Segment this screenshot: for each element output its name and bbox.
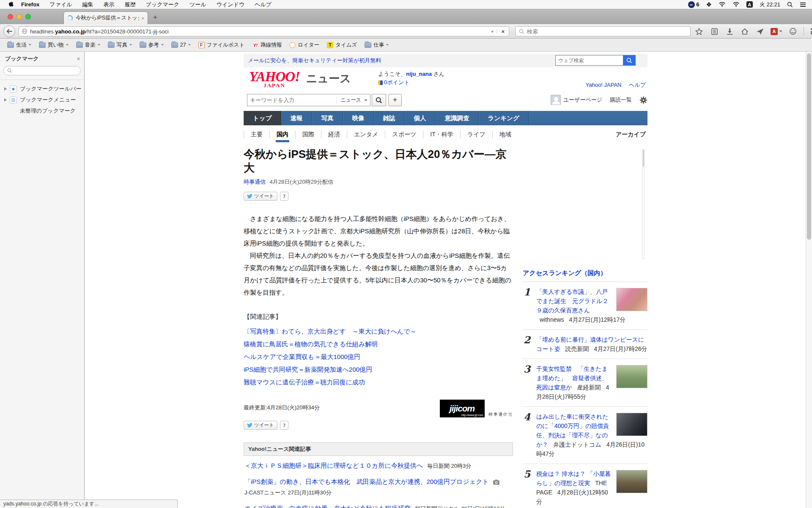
new-tab-button[interactable]: + bbox=[153, 14, 157, 21]
scrollbar-thumb[interactable] bbox=[807, 53, 811, 240]
subnav-item[interactable]: 経済 bbox=[321, 131, 347, 138]
article-thumbnail[interactable] bbox=[616, 470, 647, 493]
service-name[interactable]: ニュース bbox=[306, 71, 351, 86]
nav-tab[interactable]: 雑誌 bbox=[374, 111, 405, 125]
nav-tab[interactable]: 意識調査 bbox=[436, 111, 479, 125]
spotlight-search-icon[interactable] bbox=[787, 2, 793, 8]
nav-tab[interactable]: 個人 bbox=[405, 111, 436, 125]
browser-tab[interactable]: 今秋からiPS提供＝ストック... × bbox=[63, 11, 148, 24]
help-link[interactable]: ヘルプ bbox=[629, 82, 646, 88]
menu-item[interactable]: 編集 bbox=[82, 1, 93, 8]
subnav-item[interactable]: ライフ bbox=[460, 131, 492, 138]
news-search-button[interactable] bbox=[372, 94, 386, 106]
username-link[interactable]: niju_nana bbox=[406, 71, 432, 77]
yahoo-japan-link[interactable]: Yahoo! JAPAN bbox=[586, 82, 622, 88]
subnav-item[interactable]: IT・科学 bbox=[423, 131, 460, 138]
nav-tab[interactable]: 速報 bbox=[281, 111, 312, 125]
creative-cloud-icon[interactable]: ∞ 6 bbox=[688, 1, 700, 8]
menubar-clock[interactable]: 火 22:21 bbox=[760, 1, 780, 8]
add-tab-button[interactable]: + bbox=[388, 94, 402, 106]
bookmark-item[interactable]: 仕事 bbox=[362, 40, 392, 50]
bookmark-item[interactable]: 27 bbox=[168, 41, 194, 49]
article-thumbnail[interactable] bbox=[616, 413, 647, 436]
stop-loading-button[interactable]: × bbox=[497, 28, 506, 35]
ranking-article-link[interactable]: 「美人すぎる市議」、八戸でまた誕生 元グラドル２９歳の久保百恵さん bbox=[536, 288, 608, 314]
back-button[interactable] bbox=[3, 25, 15, 37]
user-page-link[interactable]: ユーザーページ bbox=[551, 95, 602, 105]
share-icon[interactable] bbox=[755, 27, 765, 36]
nav-tab[interactable]: ランキング bbox=[479, 111, 529, 125]
bookmark-item[interactable]: 音楽 bbox=[73, 40, 103, 50]
related-news-link[interactable]: エイズ治療薬、白血病に効果 京大など今秋にも臨床研究 bbox=[244, 505, 411, 508]
subnav-item[interactable]: 国内 bbox=[269, 131, 295, 138]
home-icon[interactable] bbox=[740, 27, 749, 36]
related-article-link[interactable]: 〔写真特集〕わてら、京大出身どす ～東大に負けへんで～ bbox=[244, 325, 513, 338]
bookmarks-panel-icon[interactable] bbox=[710, 27, 719, 36]
subnav-item[interactable]: 地域 bbox=[492, 131, 518, 138]
article-thumbnail[interactable] bbox=[616, 288, 647, 311]
related-article-link[interactable]: iPS細胞で共同研究＝新薬開発加速へ200億円 bbox=[244, 363, 513, 376]
settings-gear-icon[interactable] bbox=[639, 96, 647, 104]
related-article-link[interactable]: 難聴マウスに遺伝子治療＝聴力回復に成功 bbox=[244, 376, 513, 389]
menu-item[interactable]: ツール bbox=[189, 1, 206, 8]
sidebar-tree-item[interactable]: 未整理のブックマーク bbox=[0, 105, 84, 116]
expander-icon[interactable] bbox=[4, 87, 7, 91]
menu-hamburger-icon[interactable] bbox=[810, 27, 812, 36]
site-identity-globe-icon[interactable] bbox=[22, 28, 27, 34]
menu-item[interactable]: ブックマーク bbox=[146, 1, 180, 8]
adobe-acrobat-icon[interactable]: A bbox=[771, 27, 782, 36]
minimize-window-button[interactable] bbox=[16, 14, 22, 19]
bookmark-item[interactable]: T タイムズ bbox=[324, 40, 360, 50]
nav-tab[interactable]: 写真 bbox=[312, 111, 343, 125]
url-dropdown-icon[interactable]: ▾ bbox=[488, 29, 497, 34]
bookmark-item[interactable]: F ファイルポスト bbox=[195, 40, 248, 50]
notification-center-icon[interactable] bbox=[800, 2, 806, 7]
expander-icon[interactable] bbox=[4, 98, 7, 102]
access-ranking-title[interactable]: アクセスランキング（国内） bbox=[523, 269, 647, 282]
downloads-icon[interactable] bbox=[725, 27, 734, 36]
nav-tab[interactable]: 映像 bbox=[343, 111, 374, 125]
subnav-item[interactable]: エンタメ bbox=[347, 131, 385, 138]
close-window-button[interactable] bbox=[8, 14, 13, 19]
tab-close-icon[interactable]: × bbox=[142, 16, 144, 21]
bookmark-item[interactable]: 買い物 bbox=[36, 40, 71, 50]
web-search-button[interactable] bbox=[623, 55, 636, 66]
subscriptions-link[interactable]: 購読一覧 bbox=[610, 96, 632, 104]
tweet-button[interactable]: ツイート bbox=[244, 421, 277, 430]
subnav-item[interactable]: スポーツ bbox=[385, 131, 423, 138]
url-bar[interactable]: headlines.yahoo.co.jp/hl?a=20150428-0000… bbox=[19, 26, 509, 36]
menu-app-name[interactable]: Firefox bbox=[21, 1, 39, 8]
promo-link[interactable]: メールに安心を、簡単セキュリティー対策が初月無料 bbox=[248, 57, 381, 64]
apple-menu-icon[interactable] bbox=[8, 1, 14, 8]
tweet-button[interactable]: ツイート bbox=[244, 192, 277, 201]
wifi-icon[interactable] bbox=[719, 2, 726, 7]
jiji-press-logo[interactable]: 時事通信社 bbox=[489, 411, 513, 417]
related-news-link[interactable]: ＜京大ｉＰＳ細胞研＞臨床用に理研など１０カ所に今秋提供へ bbox=[244, 462, 423, 469]
menu-item[interactable]: 表示 bbox=[104, 1, 115, 8]
input-source-icon[interactable]: A bbox=[746, 1, 753, 8]
menu-item[interactable]: ヘルプ bbox=[255, 1, 272, 8]
menu-item[interactable]: 履歴 bbox=[125, 1, 136, 8]
menu-item[interactable]: ファイル bbox=[49, 1, 72, 8]
yahoo-japan-logo[interactable]: YAHOO! JAPAN bbox=[247, 70, 302, 89]
zoom-window-button[interactable] bbox=[25, 14, 31, 19]
menu-item[interactable]: ウインドウ bbox=[217, 1, 245, 8]
wifi-secondary-icon[interactable] bbox=[732, 2, 740, 7]
chat-smiley-icon[interactable] bbox=[788, 27, 798, 36]
related-article-link[interactable]: 猿橋賞に鳥居氏＝植物の気孔できる仕組み解明 bbox=[244, 338, 513, 351]
points-link[interactable]: 0ポイント bbox=[384, 79, 409, 86]
related-news-link[interactable]: 「iPS創薬」の動き、日本でも本格化 武田薬品と京大が連携、200億円プロジェク… bbox=[244, 478, 489, 485]
sidebar-tree-item[interactable]: ★ ブックマークツールバー bbox=[0, 83, 84, 94]
article-thumbnail[interactable] bbox=[616, 365, 647, 388]
bookmark-item[interactable]: 参考 bbox=[137, 40, 167, 50]
bookmark-item[interactable]: 写真 bbox=[105, 40, 135, 50]
dropbox-icon[interactable]: ❖ bbox=[706, 1, 711, 8]
bookmark-star-icon[interactable] bbox=[694, 27, 704, 36]
bookmark-item[interactable]: 生活 bbox=[4, 40, 34, 50]
subnav-item[interactable]: 主要 bbox=[244, 131, 269, 138]
jijicom-logo[interactable]: jijicom http://www.jiji.com bbox=[440, 400, 485, 417]
nav-tab[interactable]: トップ bbox=[244, 111, 281, 125]
web-search-input[interactable] bbox=[555, 55, 623, 66]
bookmark-item[interactable]: ロイター bbox=[286, 40, 322, 50]
sidebar-tree-item[interactable]: ブックマークメニュー bbox=[0, 94, 84, 105]
